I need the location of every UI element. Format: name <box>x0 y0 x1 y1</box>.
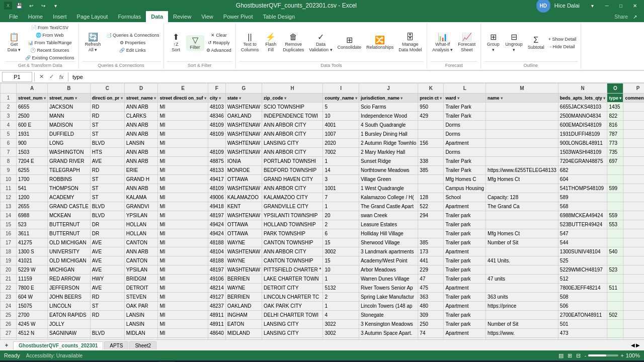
row-num-10[interactable]: 10 <box>1 175 17 184</box>
row-num-13[interactable]: 13 <box>1 202 17 211</box>
tab-formulas[interactable]: Formulas <box>113 11 146 22</box>
table-cell[interactable] <box>607 229 623 238</box>
table-cell[interactable]: https://www. <box>486 338 558 340</box>
table-cell[interactable]: Trailer park <box>444 311 486 320</box>
h-precinct[interactable]: precin ct ▾ <box>418 94 444 103</box>
table-cell[interactable]: 1001 <box>323 184 359 193</box>
table-cell[interactable]: Apartment <box>444 247 486 256</box>
table-cell[interactable]: RD <box>90 166 124 175</box>
table-cell[interactable]: HOLLAN <box>124 220 158 229</box>
table-cell[interactable]: https://www. <box>486 329 558 338</box>
table-cell[interactable]: 309 <box>418 311 444 320</box>
h-direction-suf[interactable]: street directi on_suf ▾ <box>158 94 208 103</box>
table-cell[interactable]: 473 <box>558 329 607 338</box>
table-cell[interactable] <box>623 238 644 247</box>
table-cell[interactable]: AVE <box>90 265 124 275</box>
table-cell[interactable]: RD <box>90 293 124 302</box>
table-cell[interactable]: 541THOMPS48109 <box>558 184 607 193</box>
table-cell[interactable]: Trailer park <box>444 320 486 329</box>
table-cell[interactable]: Trailer park <box>444 229 486 238</box>
table-cell[interactable]: Capacity: 128 <box>486 193 558 202</box>
table-cell[interactable]: 49106 <box>208 275 225 284</box>
table-cell[interactable]: Mfg Homes Ct <box>486 175 558 184</box>
table-cell[interactable]: 49417 <box>208 175 225 184</box>
table-cell[interactable]: MONROE <box>225 166 262 175</box>
table-cell[interactable] <box>486 103 558 112</box>
tab-review[interactable]: Review <box>168 11 196 22</box>
table-cell[interactable]: BLVD <box>90 139 124 148</box>
table-cell[interactable]: PORTLAND TOWNSHI <box>262 157 323 166</box>
table-cell[interactable]: ANN ARB <box>124 148 158 157</box>
table-cell[interactable]: EATON RAPIDS <box>48 311 91 320</box>
table-cell[interactable]: 385 <box>418 166 444 175</box>
table-cell[interactable]: 10 <box>323 112 359 121</box>
table-cell[interactable]: MI <box>158 338 208 340</box>
table-cell[interactable]: 7800 E <box>17 284 48 293</box>
table-cell[interactable]: 511 <box>607 284 623 293</box>
table-cell[interactable] <box>486 311 558 320</box>
table-cell[interactable]: The Grand Castle Apart <box>359 202 418 211</box>
remove-dup-btn[interactable]: 🗑RemoveDuplicates <box>281 32 306 53</box>
recent-sources-btn[interactable]: 🕐 Recent Sources <box>24 47 75 54</box>
table-cell[interactable] <box>623 166 644 175</box>
table-cell[interactable]: KALAMA <box>124 193 158 202</box>
table-cell[interactable]: 2500 <box>17 112 48 121</box>
table-cell[interactable] <box>486 130 558 139</box>
table-cell[interactable]: 735 <box>607 148 623 157</box>
table-cell[interactable]: 48188 <box>208 238 225 247</box>
table-cell[interactable]: 541 <box>17 184 48 193</box>
undo-quick-btn[interactable]: ↩ <box>26 1 36 11</box>
table-cell[interactable]: 3611 <box>17 229 48 238</box>
table-cell[interactable]: ANN ARBOR CITY <box>262 184 323 193</box>
table-cell[interactable]: WAYNE <box>225 284 262 293</box>
h-name[interactable]: name ▾ <box>486 94 558 103</box>
table-cell[interactable]: ANN ARBOR CITY <box>262 247 323 256</box>
table-cell[interactable] <box>623 202 644 211</box>
table-cell[interactable]: Dorms <box>444 121 486 130</box>
row-num-8[interactable]: 8 <box>1 157 17 166</box>
table-cell[interactable]: 48188 <box>208 256 225 265</box>
advanced-btn[interactable]: ⚙ Advanced <box>205 47 232 54</box>
row-num-27[interactable]: 27 <box>1 329 17 338</box>
table-cell[interactable]: LANSIN <box>124 139 158 148</box>
col-header-M[interactable]: M <box>486 83 558 94</box>
table-cell[interactable]: MI <box>158 220 208 229</box>
table-cell[interactable]: WASHTENAW <box>225 103 262 112</box>
table-cell[interactable]: 773 <box>607 139 623 148</box>
table-cell[interactable]: 48109 <box>208 148 225 157</box>
col-header-N[interactable]: N <box>558 83 607 94</box>
table-cell[interactable]: 47 <box>418 275 444 284</box>
table-cell[interactable]: DELHI CHARTER TOWI <box>262 311 323 320</box>
table-cell[interactable]: Dorms <box>444 148 486 157</box>
table-cell[interactable]: MI <box>158 112 208 121</box>
table-cell[interactable] <box>623 302 644 311</box>
table-cell[interactable]: Lincoln Towers (148 ap <box>359 302 418 311</box>
table-cell[interactable] <box>486 184 558 193</box>
table-cell[interactable] <box>607 293 623 302</box>
table-cell[interactable]: 48133 <box>208 166 225 175</box>
table-cell[interactable]: MI <box>158 256 208 265</box>
table-cell[interactable]: 363 <box>418 293 444 302</box>
table-cell[interactable]: 48109 <box>208 184 225 193</box>
h-street-name[interactable]: street_name ▾ <box>124 94 158 103</box>
table-cell[interactable]: 258 <box>418 338 444 340</box>
table-cell[interactable]: 1 <box>323 157 359 166</box>
table-cell[interactable]: WASHTENAW <box>225 121 262 130</box>
table-cell[interactable]: Trailer park <box>444 275 486 284</box>
table-cell[interactable]: LINCOLN <box>48 302 91 311</box>
consolidate-btn[interactable]: ⊞Consolidate <box>336 35 364 51</box>
table-cell[interactable]: 10 <box>323 265 359 275</box>
row-num-5[interactable]: 5 <box>1 130 17 139</box>
table-cell[interactable]: WASHTENAW <box>225 211 262 220</box>
table-cell[interactable]: 2700 <box>17 311 48 320</box>
table-cell[interactable]: 48197 <box>208 211 225 220</box>
table-cell[interactable]: ST <box>90 193 124 202</box>
table-cell[interactable]: ST <box>90 130 124 139</box>
table-cell[interactable]: 429 <box>418 112 444 121</box>
col-header-D[interactable]: D <box>124 83 158 94</box>
table-cell[interactable]: 822 <box>607 112 623 121</box>
table-cell[interactable]: JOLLY <box>48 320 91 329</box>
table-cell[interactable]: ANN ARB <box>124 130 158 139</box>
table-cell[interactable]: https://prince <box>486 302 558 311</box>
table-cell[interactable]: DETROIT <box>124 284 158 293</box>
